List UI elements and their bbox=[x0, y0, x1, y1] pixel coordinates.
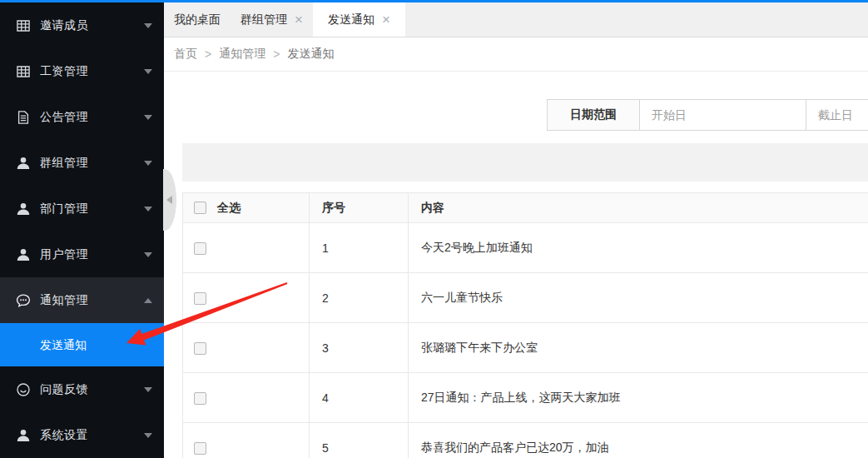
row-index: 1 bbox=[310, 223, 409, 273]
sidebar-collapse-handle[interactable] bbox=[163, 169, 176, 231]
row-checkbox[interactable] bbox=[194, 292, 206, 305]
sidebar-item-label: 工资管理 bbox=[40, 64, 88, 79]
end-date-filter bbox=[806, 99, 868, 131]
row-checkbox[interactable] bbox=[194, 242, 206, 255]
caret-down-icon bbox=[144, 23, 152, 28]
table-icon bbox=[15, 17, 32, 34]
sidebar-item-label: 部门管理 bbox=[40, 202, 88, 217]
row-content: 张璐璐下午来下办公室 bbox=[409, 323, 868, 373]
app-root: 邀请成员 工资管理 公告管理 群组管理 bbox=[0, 0, 868, 458]
caret-down-icon bbox=[144, 252, 152, 257]
sidebar-item-feedback[interactable]: 问题反馈 bbox=[0, 366, 164, 412]
tab-bar: 我的桌面 群组管理 × 发送通知 × bbox=[164, 2, 868, 37]
column-header-index: 序号 bbox=[310, 193, 409, 223]
table-row: 2 六一儿童节快乐 bbox=[183, 273, 868, 323]
tab-send-notification[interactable]: 发送通知 × bbox=[313, 2, 405, 37]
chat-bubble-icon bbox=[15, 292, 32, 309]
sidebar-item-system-settings[interactable]: 系统设置 bbox=[0, 412, 164, 458]
tab-label: 我的桌面 bbox=[174, 12, 221, 27]
end-date-input[interactable] bbox=[806, 100, 868, 130]
table-row: 4 27日通知：产品上线，这两天大家加班 bbox=[183, 373, 868, 423]
row-checkbox[interactable] bbox=[194, 442, 206, 455]
date-range-label: 日期范围 bbox=[548, 100, 640, 130]
row-content: 27日通知：产品上线，这两天大家加班 bbox=[409, 373, 868, 423]
sidebar-item-department-management[interactable]: 部门管理 bbox=[0, 186, 164, 231]
row-checkbox[interactable] bbox=[194, 342, 206, 355]
person-icon bbox=[15, 201, 32, 217]
caret-down-icon bbox=[144, 69, 152, 74]
breadcrumb-current: 发送通知 bbox=[287, 47, 334, 62]
main-area: 我的桌面 群组管理 × 发送通知 × 首页 > 通知管理 > 发送通知 bbox=[164, 2, 868, 72]
date-range-filter: 日期范围 bbox=[547, 99, 807, 131]
smiley-icon bbox=[15, 381, 32, 398]
accent-topline bbox=[0, 0, 868, 2]
close-icon[interactable]: × bbox=[382, 12, 390, 27]
start-date-input[interactable] bbox=[640, 100, 806, 130]
select-all-checkbox[interactable] bbox=[194, 202, 206, 214]
sidebar-item-label: 公告管理 bbox=[40, 110, 88, 125]
sidebar: 邀请成员 工资管理 公告管理 群组管理 bbox=[0, 2, 164, 458]
chevron-left-icon bbox=[166, 196, 172, 204]
table-row: 3 张璐璐下午来下办公室 bbox=[183, 323, 868, 373]
caret-down-icon bbox=[144, 433, 152, 438]
person-icon bbox=[15, 246, 32, 263]
row-content: 六一儿童节快乐 bbox=[409, 273, 868, 323]
row-index: 3 bbox=[310, 323, 409, 373]
sidebar-item-salary-management[interactable]: 工资管理 bbox=[0, 48, 164, 94]
sidebar-subitem-label: 发送通知 bbox=[40, 338, 87, 351]
person-icon bbox=[15, 427, 32, 444]
sidebar-subitem-send-notification[interactable]: 发送通知 bbox=[0, 323, 164, 366]
caret-up-icon bbox=[144, 298, 152, 303]
sidebar-item-invite-members[interactable]: 邀请成员 bbox=[0, 2, 164, 48]
sidebar-item-label: 用户管理 bbox=[40, 247, 88, 262]
row-index: 4 bbox=[310, 373, 409, 423]
row-content: 恭喜我们的产品客户已达20万，加油 bbox=[409, 423, 868, 458]
column-header-content: 内容 bbox=[409, 193, 868, 223]
document-icon bbox=[15, 109, 32, 126]
breadcrumb-home[interactable]: 首页 bbox=[174, 47, 197, 62]
breadcrumb-separator: > bbox=[273, 47, 280, 61]
breadcrumb: 首页 > 通知管理 > 发送通知 bbox=[164, 37, 868, 72]
tab-label: 发送通知 bbox=[328, 12, 374, 27]
table-header-row: 全选 序号 内容 bbox=[183, 193, 868, 223]
notification-table: 全选 序号 内容 1 今天2号晚上加班通知 2 六一儿童节快乐 bbox=[182, 192, 868, 458]
breadcrumb-notification-management[interactable]: 通知管理 bbox=[219, 47, 265, 62]
tab-my-desktop[interactable]: 我的桌面 bbox=[164, 2, 231, 37]
close-icon[interactable]: × bbox=[295, 12, 303, 27]
table-row: 1 今天2号晚上加班通知 bbox=[183, 223, 868, 273]
row-index: 2 bbox=[310, 273, 409, 323]
sidebar-item-announcement-management[interactable]: 公告管理 bbox=[0, 94, 164, 140]
sidebar-item-label: 系统设置 bbox=[40, 428, 88, 443]
toolbar-band bbox=[182, 143, 868, 182]
sidebar-item-user-management[interactable]: 用户管理 bbox=[0, 231, 164, 277]
row-index: 5 bbox=[310, 423, 409, 458]
row-checkbox[interactable] bbox=[194, 392, 206, 405]
tab-group-management[interactable]: 群组管理 × bbox=[231, 2, 313, 37]
breadcrumb-separator: > bbox=[205, 47, 211, 61]
table-row: 5 恭喜我们的产品客户已达20万，加油 bbox=[183, 423, 868, 458]
person-icon bbox=[15, 155, 32, 172]
row-content: 今天2号晚上加班通知 bbox=[409, 223, 868, 273]
sidebar-item-label: 群组管理 bbox=[40, 156, 88, 171]
column-header-select-all: 全选 bbox=[183, 193, 310, 223]
select-all-label: 全选 bbox=[217, 201, 241, 214]
sidebar-item-label: 通知管理 bbox=[40, 293, 88, 308]
caret-down-icon bbox=[144, 207, 152, 212]
caret-down-icon bbox=[144, 161, 152, 166]
sidebar-item-notification-management[interactable]: 通知管理 bbox=[0, 277, 164, 323]
caret-down-icon bbox=[144, 387, 152, 392]
sidebar-item-group-management[interactable]: 群组管理 bbox=[0, 140, 164, 186]
sidebar-item-label: 问题反馈 bbox=[40, 382, 88, 397]
caret-down-icon bbox=[144, 115, 152, 120]
table-icon bbox=[15, 63, 32, 80]
notification-table-wrap: 全选 序号 内容 1 今天2号晚上加班通知 2 六一儿童节快乐 bbox=[182, 192, 868, 458]
sidebar-item-label: 邀请成员 bbox=[40, 18, 88, 33]
tab-label: 群组管理 bbox=[241, 12, 287, 27]
